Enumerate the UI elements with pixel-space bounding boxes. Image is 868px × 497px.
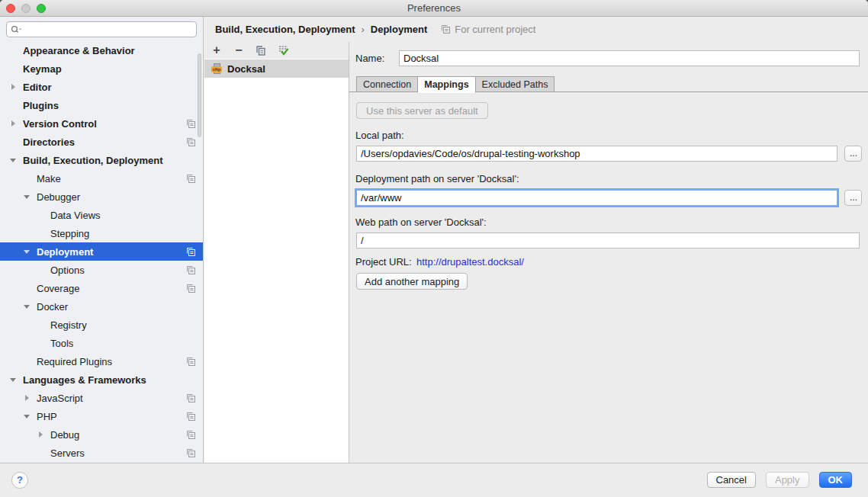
breadcrumb-section[interactable]: Build, Execution, Deployment xyxy=(215,24,355,35)
sidebar-item-servers[interactable]: Servers xyxy=(0,444,203,462)
close-button[interactable] xyxy=(6,4,15,13)
breadcrumb-separator: › xyxy=(361,24,364,35)
sidebar-item-label: Options xyxy=(50,265,85,276)
tree-collapse-icon[interactable] xyxy=(23,193,31,200)
project-url-label: Project URL: xyxy=(355,256,412,268)
sidebar-item-label: JavaScript xyxy=(37,393,83,404)
tree-indent-spacer xyxy=(23,284,31,292)
tree-expand-icon[interactable] xyxy=(9,83,17,91)
tree-indent-spacer xyxy=(37,321,44,329)
sidebar-item-label: Registry xyxy=(50,319,87,331)
sidebar-item-label: Data Views xyxy=(50,210,101,221)
tree-expand-icon[interactable] xyxy=(37,431,44,438)
tree-indent-spacer xyxy=(37,229,44,237)
sidebar-item-data-views[interactable]: Data Views xyxy=(0,206,203,224)
sidebar-item-editor[interactable]: Editor xyxy=(0,78,203,96)
sidebar-item-label: Coverage xyxy=(37,283,79,294)
sidebar-item-javascript[interactable]: JavaScript xyxy=(0,389,203,407)
search-input[interactable] xyxy=(24,24,192,36)
tree-collapse-icon[interactable] xyxy=(23,303,31,310)
breadcrumb: Build, Execution, Deployment › Deploymen… xyxy=(204,17,868,42)
sidebar-scrollbar[interactable] xyxy=(198,53,201,137)
scope-indicator: For current project xyxy=(441,24,535,35)
web-path-input[interactable] xyxy=(356,232,860,248)
preferences-window: Preferences Appearance & BehaviorKeymapE… xyxy=(0,0,868,497)
sidebar-item-appearance-behavior[interactable]: Appearance & Behavior xyxy=(0,41,203,59)
deployment-path-input[interactable] xyxy=(356,190,837,206)
sidebar-item-label: Debugger xyxy=(37,191,80,203)
local-path-browse-button[interactable]: ... xyxy=(844,146,862,162)
use-as-default-icon[interactable] xyxy=(277,44,289,56)
sidebar-item-docker[interactable]: Docker xyxy=(0,297,203,316)
project-scope-icon xyxy=(186,430,196,440)
ok-button[interactable]: OK xyxy=(819,472,853,488)
add-server-button[interactable]: + xyxy=(211,44,223,56)
scope-label: For current project xyxy=(455,24,535,35)
sidebar-item-deployment[interactable]: Deployment xyxy=(0,242,203,261)
tree-indent-spacer xyxy=(37,339,44,347)
zoom-button[interactable] xyxy=(37,4,46,13)
sidebar-item-label: Editor xyxy=(23,82,52,93)
sidebar-item-coverage[interactable]: Coverage xyxy=(0,279,203,297)
local-path-input[interactable] xyxy=(356,146,837,162)
tab-connection[interactable]: Connection xyxy=(356,76,418,92)
sidebar-item-registry[interactable]: Registry xyxy=(0,316,203,334)
sidebar-item-keymap[interactable]: Keymap xyxy=(0,59,203,78)
minimize-button xyxy=(21,4,31,13)
tree-indent-spacer xyxy=(37,211,44,219)
project-scope-icon xyxy=(186,284,196,293)
sidebar-item-required-plugins[interactable]: Required Plugins xyxy=(0,352,203,370)
tree-collapse-icon[interactable] xyxy=(9,376,17,383)
help-button[interactable]: ? xyxy=(11,472,28,489)
apply-button[interactable]: Apply xyxy=(766,472,809,488)
project-scope-icon xyxy=(186,357,196,367)
tree-indent-spacer xyxy=(37,449,44,457)
sidebar-item-version-control[interactable]: Version Control xyxy=(0,114,203,133)
sidebar-item-debugger[interactable]: Debugger xyxy=(0,188,203,206)
sftp-server-icon: sftp xyxy=(211,63,223,75)
cancel-button[interactable]: Cancel xyxy=(707,472,756,488)
add-mapping-button[interactable]: Add another mapping xyxy=(356,273,468,290)
copy-server-icon[interactable] xyxy=(255,44,267,56)
sidebar-item-plugins[interactable]: Plugins xyxy=(0,96,203,114)
tree-collapse-icon[interactable] xyxy=(23,412,31,420)
project-scope-icon xyxy=(186,137,196,147)
sidebar-item-php[interactable]: PHP xyxy=(0,407,203,425)
tree-collapse-icon[interactable] xyxy=(9,156,17,164)
title-bar[interactable]: Preferences xyxy=(0,0,868,17)
sidebar-item-make[interactable]: Make xyxy=(0,169,203,188)
remove-server-button[interactable]: − xyxy=(233,44,245,56)
sidebar-item-options[interactable]: Options xyxy=(0,261,203,279)
tree-collapse-icon[interactable] xyxy=(23,248,31,255)
tree-expand-icon[interactable] xyxy=(23,394,31,402)
tree-expand-icon[interactable] xyxy=(9,120,17,127)
local-path-label: Local path: xyxy=(355,130,404,141)
server-list-item-docksal[interactable]: sftpDocksal xyxy=(204,59,349,78)
sidebar-item-stepping[interactable]: Stepping xyxy=(0,224,203,242)
sidebar-item-label: Directories xyxy=(23,136,75,148)
tab-mappings[interactable]: Mappings xyxy=(417,76,475,93)
sidebar-item-languages-frameworks[interactable]: Languages & Frameworks xyxy=(0,370,203,389)
project-scope-icon xyxy=(441,24,451,34)
sidebar-item-label: Languages & Frameworks xyxy=(23,374,146,386)
sidebar-item-label: Deployment xyxy=(37,246,93,258)
tree-indent-spacer xyxy=(9,65,17,72)
project-scope-icon xyxy=(186,247,196,257)
use-server-default-button[interactable]: Use this server as default xyxy=(356,102,488,119)
sidebar-item-directories[interactable]: Directories xyxy=(0,133,203,151)
search-box[interactable] xyxy=(6,21,197,37)
sidebar-item-tools[interactable]: Tools xyxy=(0,334,203,352)
project-url-link[interactable]: http://drupaltest.docksal/ xyxy=(416,256,524,268)
tree-indent-spacer xyxy=(23,358,31,365)
sidebar-item-label: Stepping xyxy=(50,228,89,239)
sidebar-item-build-execution-deployment[interactable]: Build, Execution, Deployment xyxy=(0,151,203,169)
servers-toolbar: + − xyxy=(204,42,349,59)
sidebar-item-label: Servers xyxy=(50,447,85,459)
deployment-form: Name: ConnectionMappingsExcluded Paths U… xyxy=(349,42,868,463)
deployment-path-browse-button[interactable]: ... xyxy=(844,190,862,206)
server-name-input[interactable] xyxy=(399,50,860,66)
tab-excluded-paths[interactable]: Excluded Paths xyxy=(475,76,555,92)
tree-indent-spacer xyxy=(9,101,17,109)
sidebar-item-debug[interactable]: Debug xyxy=(0,425,203,444)
tree-indent-spacer xyxy=(23,175,31,182)
